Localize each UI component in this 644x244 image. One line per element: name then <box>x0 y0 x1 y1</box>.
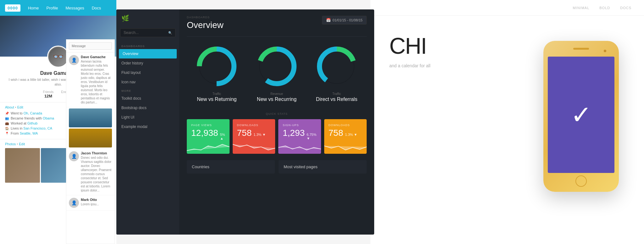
dashboards-section-label: DASHBOARDS <box>116 42 179 49</box>
message-sender-3: Mark Otto <box>81 198 99 202</box>
calendar-icon: 📅 <box>326 18 331 22</box>
countries-title: Countries <box>192 164 270 169</box>
messages-panel: 👤 Dave Gamache Aenean lacinia bibendum n… <box>66 39 115 244</box>
chart-2-title: New vs Recurring <box>257 97 297 102</box>
friends-label: Friends <box>43 90 53 94</box>
breadcrumb: DASHBOARDS <box>187 16 224 19</box>
location-icon: 📌 <box>5 112 9 115</box>
donut-chart-1 <box>195 44 239 88</box>
about-edit-link[interactable]: Edit <box>17 105 23 109</box>
phone-device: ✓ <box>543 41 619 192</box>
signups-value: 1,293 <box>283 129 305 137</box>
message-sender-2: Jacon Thornton <box>81 151 112 155</box>
stat-card-signups: SIGN-UPS 1,293 6.75% ▼ <box>278 119 321 154</box>
message-content-1: Dave Gamache Aenean lacinia bibendum nul… <box>81 55 112 104</box>
home-icon: 🏠 <box>5 127 9 130</box>
friends-value: 12M <box>43 94 53 98</box>
pageviews-change: 5% ▲ <box>220 133 225 140</box>
chart-traffic-direct-referrals: Traffic Direct vs Referrals <box>315 44 359 102</box>
nav-home[interactable]: Home <box>28 6 39 10</box>
work-icon: 💼 <box>5 122 9 125</box>
message-avatar-1: 👤 <box>69 55 79 65</box>
chart-2-type: Revenue <box>257 92 297 96</box>
dashboard-content: DASHBOARDS Overview 📅 01/01/15 - 01/08/1… <box>179 9 374 235</box>
message-sender-1: Dave Gamache <box>81 55 112 59</box>
signups-change: 6.75% ▼ <box>307 133 316 140</box>
message-text-2: Donec sed odio dui. Vivamus sagittis dol… <box>81 156 112 192</box>
dash-title-group: DASHBOARDS Overview <box>187 16 224 30</box>
photo-1[interactable] <box>5 148 40 183</box>
downloads2-value: 758 <box>329 129 343 137</box>
dashboard-header: DASHBOARDS Overview 📅 01/01/15 - 01/08/1… <box>187 16 367 30</box>
leaf-icon: 🌿 <box>121 14 129 22</box>
chart-traffic-new-returning: Traffic New vs Returning <box>195 44 239 102</box>
downloads-sparkline <box>233 141 275 154</box>
message-photo-1 <box>69 108 112 127</box>
dashboard-modal: 🌿 Search... 🔍 DASHBOARDS Overview Order … <box>116 9 374 235</box>
nav-profile[interactable]: Profile <box>47 6 58 10</box>
pageviews-main: 12,938 5% ▲ <box>191 129 225 140</box>
downloads-label: DOWNLOADS <box>237 124 271 127</box>
stat-card-downloads-2: DOWNLOADS 758 1.3% ▼ <box>324 119 367 154</box>
message-item-2[interactable]: 👤 Jacon Thornton Donec sed odio dui. Viv… <box>66 149 114 195</box>
nav-messages[interactable]: Messages <box>65 6 84 10</box>
donut-chart-3 <box>315 44 359 88</box>
chart-revenue-new-recurring: Revenue New vs Recurring <box>255 44 299 102</box>
right-nav-docs[interactable]: DOCS <box>620 6 631 10</box>
downloads2-sparkline <box>324 141 367 154</box>
photos-edit-link[interactable]: Edit <box>19 142 25 146</box>
dash-search-wrap: Search... 🔍 <box>116 28 179 42</box>
phone-camera <box>604 50 606 52</box>
pageviews-sparkline <box>187 141 230 154</box>
right-nav-bold[interactable]: BOLD <box>599 6 610 10</box>
dash-search[interactable]: Search... 🔍 <box>120 28 175 37</box>
downloads-value: 758 <box>237 129 252 137</box>
nav-bootstrap-docs[interactable]: Bootstrap docs <box>116 103 179 113</box>
message-item-3[interactable]: 👤 Mark Otto Lorem ipsu... <box>66 195 114 211</box>
chart-3-title: Direct vs Referrals <box>316 97 358 102</box>
search-placeholder: Search... <box>124 30 139 35</box>
svg-point-3 <box>202 52 231 81</box>
right-heading: CHI <box>389 35 506 57</box>
message-input[interactable] <box>69 42 112 50</box>
stats-row: PAGE VIEWS 12,938 5% ▲ DOWNLOADS 758 1.3… <box>187 119 367 154</box>
nav-toolkit-docs[interactable]: Toolkit docs <box>116 94 179 103</box>
most-visited-card: Most visited pages <box>279 160 367 174</box>
right-nav-minimal[interactable]: MINIMAL <box>573 6 589 10</box>
downloads2-label: DOWNLOADS <box>329 124 363 127</box>
nav-overview[interactable]: Overview <box>119 49 177 58</box>
message-text-3: Lorem ipsu... <box>81 202 99 206</box>
message-avatar-2: 👤 <box>69 151 79 161</box>
chart-3-labels: Traffic Direct vs Referrals <box>316 92 358 102</box>
stat-card-pageviews: PAGE VIEWS 12,938 5% ▲ <box>187 119 230 154</box>
search-icon: 🔍 <box>168 31 172 35</box>
pageviews-label: PAGE VIEWS <box>191 124 225 127</box>
right-text-block: CHI and a calendar for all <box>389 35 506 69</box>
date-range-picker[interactable]: 📅 01/01/15 - 01/08/15 <box>322 16 367 25</box>
svg-point-11 <box>322 52 351 81</box>
nav-light-ui[interactable]: Light UI <box>116 113 179 122</box>
message-content-2: Jacon Thornton Donec sed odio dui. Vivam… <box>81 151 112 192</box>
nav-example-modal[interactable]: Example modal <box>116 122 179 131</box>
nav-order-history[interactable]: Order history <box>116 58 179 68</box>
nav-fluid-layout[interactable]: Fluid layout <box>116 68 179 77</box>
charts-row: Traffic New vs Returning Revenue New v <box>187 44 367 102</box>
phone-showcase: ✓ <box>525 35 625 236</box>
nav-icon-nav[interactable]: Icon nav <box>116 77 179 87</box>
nav-docs[interactable]: Docs <box>92 6 101 10</box>
friends-stat: Friends 12M <box>43 90 53 98</box>
date-range-text: 01/01/15 - 01/08/15 <box>333 18 363 22</box>
right-panel: MINIMAL BOLD DOCS CHI and a calendar for… <box>370 0 644 244</box>
chart-1-labels: Traffic New vs Returning <box>197 92 236 102</box>
message-item-1[interactable]: 👤 Dave Gamache Aenean lacinia bibendum n… <box>66 53 114 107</box>
svg-point-7 <box>262 52 291 81</box>
right-subtext: and a calendar for all <box>389 62 506 69</box>
downloads-main: 758 1.3% ▼ <box>237 129 271 137</box>
chart-1-type: Traffic <box>197 92 236 96</box>
right-nav: MINIMAL BOLD DOCS <box>370 0 644 16</box>
downloads-change: 1.3% ▼ <box>253 133 266 136</box>
message-photo-2 <box>69 129 112 147</box>
phone-home-button <box>575 175 587 187</box>
phone-screen: ✓ <box>548 57 614 173</box>
chart-2-labels: Revenue New vs Recurring <box>257 92 297 102</box>
